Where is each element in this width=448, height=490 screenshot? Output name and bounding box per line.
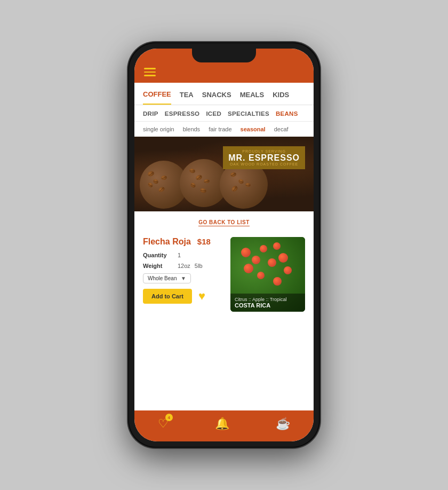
product-flavor-notes: Citrus :: Apple :: Tropical: [235, 297, 301, 302]
favorites-badge: 4: [165, 414, 173, 421]
sub-nav-beans[interactable]: BEANS: [276, 110, 298, 121]
coffee-bean: [238, 178, 245, 184]
tertiary-single-origin[interactable]: single origin: [143, 126, 174, 132]
quantity-row: Quantity 1: [143, 252, 223, 258]
product-header: Flecha Roja $18: [143, 237, 223, 247]
grind-row: Whole Bean ▼: [143, 273, 223, 283]
grind-dropdown[interactable]: Whole Bean ▼: [143, 273, 191, 283]
product-origin: COSTA RICA: [235, 302, 301, 309]
banner-proudly-serving: proudly serving: [228, 149, 300, 153]
banner-brand-subtitle: OAK WOOD ROASTED COFFEE: [228, 162, 300, 166]
banner-background: proudly serving MR. ESPRESSO OAK WOOD RO…: [134, 137, 314, 211]
bell-nav-icon: 🔔: [215, 417, 229, 431]
tertiary-decaf[interactable]: decaf: [274, 126, 289, 132]
phone-notch: [192, 49, 256, 62]
dropdown-arrow-icon: ▼: [181, 275, 186, 281]
coffee-bean: [147, 170, 155, 177]
bottom-nav: ♡ 4 🔔 ☕: [134, 410, 314, 441]
coffee-berry: [244, 264, 253, 273]
product-image: Citrus :: Apple :: Tropical COSTA RICA: [230, 237, 305, 312]
product-section: Flecha Roja $18 Quantity 1 Weight 12oz 5…: [134, 232, 314, 317]
sub-nav-iced[interactable]: ICED: [206, 110, 221, 121]
tertiary-seasonal[interactable]: seasonal: [241, 126, 266, 132]
tertiary-blends[interactable]: blends: [183, 126, 200, 132]
coffee-berry: [257, 272, 265, 279]
coffee-bean: [190, 181, 197, 188]
coffee-bean: [161, 175, 167, 180]
coffee-berry: [241, 248, 251, 257]
coffee-bean: [153, 178, 159, 185]
sub-nav-drip[interactable]: DRIP: [143, 110, 158, 121]
quantity-label: Quantity: [143, 252, 172, 258]
weight-options: 12oz 5lb: [178, 263, 203, 269]
product-price: $18: [197, 237, 211, 246]
coffee-berry: [273, 242, 281, 250]
product-image-overlay: Citrus :: Apple :: Tropical COSTA RICA: [230, 294, 305, 312]
coffee-bean: [199, 187, 207, 194]
nav-item-meals[interactable]: MEALS: [240, 91, 265, 104]
coffee-bean: [189, 168, 196, 173]
coffee-bean: [158, 186, 165, 193]
nav-item-coffee[interactable]: COFFEE: [143, 90, 171, 105]
coffee-bean: [147, 181, 154, 188]
app-screen: COFFEE TEA SNACKS MEALS KIDS DRIP ESPRES…: [134, 49, 314, 441]
menu-icon[interactable]: [144, 68, 156, 76]
coffee-berry: [268, 258, 276, 267]
coffee-bean: [231, 185, 239, 193]
bottom-nav-notifications[interactable]: 🔔: [215, 417, 229, 431]
coffee-bean: [245, 183, 251, 187]
go-back-link[interactable]: GO BACK to LIST: [198, 219, 250, 226]
sub-nav-espresso[interactable]: ESPRESSO: [165, 110, 200, 121]
nav-item-kids[interactable]: KIDS: [273, 91, 289, 104]
coffee-berry: [284, 266, 292, 274]
product-details: Flecha Roja $18 Quantity 1 Weight 12oz 5…: [143, 237, 223, 312]
cart-row: Add to Cart ♥: [143, 289, 223, 304]
sub-nav-specialties[interactable]: SPECIALTIES: [228, 110, 269, 121]
bottom-nav-order[interactable]: ☕: [276, 417, 290, 431]
cup-nav-icon: ☕: [276, 417, 290, 431]
banner-brand-name: MR. ESPRESSO: [228, 153, 300, 163]
product-name: Flecha Roja: [143, 237, 191, 247]
banner-text-block: proudly serving MR. ESPRESSO OAK WOOD RO…: [223, 146, 305, 170]
favorite-heart-icon[interactable]: ♥: [198, 289, 205, 303]
coffee-bean: [204, 179, 210, 183]
sub-nav: DRIP ESPRESSO ICED SPECIALTIES BEANS: [134, 105, 314, 121]
nav-item-snacks[interactable]: SNACKS: [202, 91, 231, 104]
bottom-nav-favorites[interactable]: ♡ 4: [158, 417, 169, 431]
coffee-berry: [278, 253, 288, 263]
content-spacer: [134, 317, 314, 411]
quantity-value: 1: [178, 252, 181, 258]
banner-image: proudly serving MR. ESPRESSO OAK WOOD RO…: [134, 137, 314, 211]
coffee-berry: [273, 277, 282, 286]
coffee-bean: [195, 173, 203, 180]
weight-row: Weight 12oz 5lb: [143, 263, 223, 269]
main-nav: COFFEE TEA SNACKS MEALS KIDS: [134, 83, 314, 105]
weight-5lb[interactable]: 5lb: [195, 263, 203, 269]
phone-frame: COFFEE TEA SNACKS MEALS KIDS DRIP ESPRES…: [128, 42, 320, 448]
weight-label: Weight: [143, 263, 172, 269]
coffee-berry: [252, 256, 260, 264]
go-back-section: GO BACK to LIST: [134, 211, 314, 232]
add-to-cart-button[interactable]: Add to Cart: [143, 289, 192, 304]
coffee-berry: [260, 245, 267, 252]
tertiary-nav: single origin blends fair trade seasonal…: [134, 122, 314, 137]
nav-item-tea[interactable]: TEA: [180, 91, 194, 104]
phone-screen: COFFEE TEA SNACKS MEALS KIDS DRIP ESPRES…: [134, 49, 314, 441]
grind-value: Whole Bean: [148, 275, 177, 281]
tertiary-fair-trade[interactable]: fair trade: [209, 126, 231, 132]
coffee-bean: [230, 171, 237, 177]
weight-12oz[interactable]: 12oz: [178, 263, 190, 269]
